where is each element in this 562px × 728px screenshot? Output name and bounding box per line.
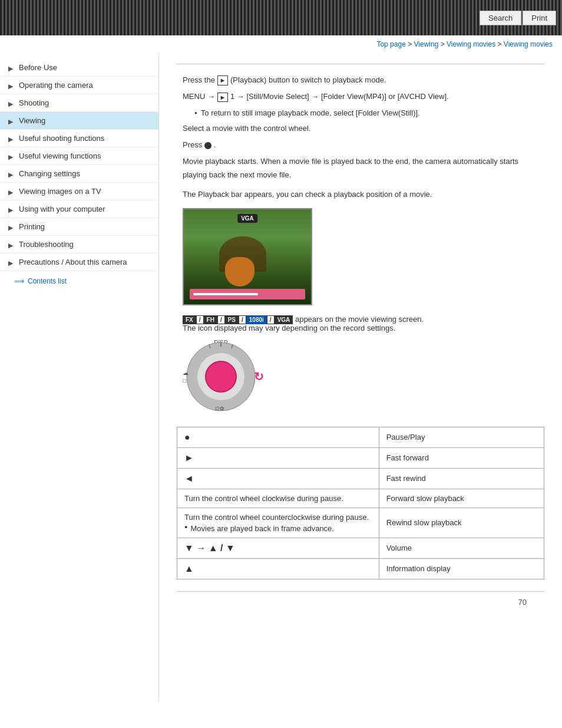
footer: 70 [177, 591, 544, 612]
arrow-icon: ▶ [8, 153, 14, 159]
playback-table: ● Pause/Play ► Fast forward ◄ Fast rewin… [177, 427, 544, 579]
arrow-icon: ▶ [8, 224, 14, 230]
layout: ▶ Before Use ▶ Operating the camera ▶ Sh… [0, 53, 562, 701]
format-section: FX/FH/PS/1080i/VGA appears on the movie … [183, 315, 544, 332]
arrow-icon: ▶ [8, 189, 14, 195]
sidebar-item-label: Viewing images on a TV [19, 187, 153, 196]
wheel-svg: ⊡✿ [183, 338, 259, 415]
return-note: To return to still image playback mode, … [194, 107, 544, 120]
wheel-left-icons: ☁□ [183, 369, 189, 384]
playback-bar-progress [193, 293, 258, 295]
divider [177, 64, 544, 64]
header-buttons: Search Print [480, 11, 556, 25]
page-number: 70 [518, 598, 527, 607]
table-cell-symbol: ► [177, 447, 379, 468]
badge-1080i: 1080i [246, 315, 267, 324]
sidebar-item-label: Useful viewing functions [19, 151, 153, 160]
select-movie: Select a movie with the control wheel. [183, 122, 544, 135]
circle-button-icon [204, 142, 211, 149]
table-cell-desc: Fast forward [379, 447, 544, 468]
sidebar-item-changing-settings[interactable]: ▶ Changing settings [0, 165, 158, 183]
return-note-text: To return to still image playback mode, … [201, 107, 420, 120]
sidebar-item-using-computer[interactable]: ▶ Using with your computer [0, 200, 158, 218]
table-row: ▲ Information display [177, 558, 544, 579]
table-row: ► Fast forward [177, 447, 544, 468]
sidebar-item-useful-viewing[interactable]: ▶ Useful viewing functions [0, 147, 158, 165]
breadcrumb: Top page > Viewing > Viewing movies > Vi… [0, 35, 562, 53]
mode-badge: VGA [237, 214, 257, 223]
breadcrumb-viewing[interactable]: Viewing [414, 40, 439, 48]
table-cell-symbol: Turn the control wheel clockwise during … [177, 489, 379, 508]
arrow-icon: ▶ [8, 259, 14, 265]
intro-paragraph: Press the ► (Playback) button to switch … [183, 74, 544, 87]
badge-fx: FX [183, 315, 196, 324]
table-cell-symbol: ◄ [177, 468, 379, 489]
contents-list-link[interactable]: Contents list [0, 271, 158, 291]
camera-image-section: VGA [183, 208, 544, 305]
sidebar-item-viewing-tv[interactable]: ▶ Viewing images on a TV [0, 183, 158, 200]
badge-fh: FH [204, 315, 217, 324]
badge-sep4: / [267, 315, 275, 324]
sidebar-item-label: Operating the camera [19, 81, 153, 90]
table-cell-desc: Pause/Play [379, 427, 544, 447]
table-row: Turn the control wheel clockwise during … [177, 489, 544, 508]
breadcrumb-current[interactable]: Viewing movies [504, 40, 553, 48]
sidebar-item-troubleshooting[interactable]: ▶ Troubleshooting [0, 236, 158, 253]
sidebar-item-shooting[interactable]: ▶ Shooting [0, 94, 158, 112]
badge-sep3: / [239, 315, 246, 324]
playback-table-body: ● Pause/Play ► Fast forward ◄ Fast rewin… [177, 427, 544, 579]
format-badges-group: FX/FH/PS/1080i/VGA [183, 315, 295, 324]
sidebar-item-precautions[interactable]: ▶ Precautions / About this camera [0, 253, 158, 271]
table-cell-symbol: Turn the control wheel counterclockwise … [177, 508, 379, 538]
menu-instruction: MENU → ► 1 → [Still/Movie Select] → [Fol… [183, 90, 544, 103]
wheel-right-arrow: ↻ [254, 370, 264, 384]
table-cell-symbol: ▲ [177, 558, 379, 579]
sidebar-item-label: Printing [19, 222, 153, 231]
sidebar-item-printing[interactable]: ▶ Printing [0, 218, 158, 236]
table-cell-desc: Rewind slow playback [379, 508, 544, 538]
sidebar-item-operating-camera[interactable]: ▶ Operating the camera [0, 77, 158, 94]
table-row: ▼ → ▲ / ▼ Volume [177, 538, 544, 558]
arrow-icon: ▶ [8, 171, 14, 177]
badge-sep1: / [196, 315, 204, 324]
sidebar-item-viewing[interactable]: ▶ Viewing [0, 112, 158, 130]
press-circle: Press . [183, 139, 544, 151]
table-row: ● Pause/Play [177, 427, 544, 447]
svg-text:⊡✿: ⊡✿ [215, 406, 224, 411]
icon-varies-text: The icon displayed may vary depending on… [183, 324, 395, 332]
arrow-icon: ▶ [8, 242, 14, 248]
sidebar-item-useful-shooting[interactable]: ▶ Useful shooting functions [0, 130, 158, 147]
movie-playback-desc: Movie playback starts. When a movie file… [183, 155, 544, 181]
badge-ps: PS [225, 315, 239, 324]
sidebar-item-before-use[interactable]: ▶ Before Use [0, 59, 158, 77]
header: Search Print [0, 0, 562, 35]
wheel-wrapper: DISP ⊡✿ [183, 338, 259, 415]
breadcrumb-viewing-movies[interactable]: Viewing movies [447, 40, 495, 48]
print-button[interactable]: Print [523, 11, 556, 25]
sidebar-item-label: Useful shooting functions [19, 134, 153, 143]
menu-playback-icon: ► [217, 93, 229, 102]
control-wheel: DISP ⊡✿ [183, 338, 259, 415]
sidebar-item-label: Shooting [19, 98, 153, 107]
breadcrumb-top[interactable]: Top page [376, 40, 405, 48]
cat-silhouette [225, 257, 254, 286]
playback-icon: ► [217, 75, 229, 85]
badge-sep2: / [217, 315, 225, 324]
sidebar: ▶ Before Use ▶ Operating the camera ▶ Sh… [0, 53, 159, 701]
playback-bar-section: The Playback bar appears, you can check … [183, 190, 544, 199]
table-cell-desc: Information display [379, 558, 544, 579]
sidebar-item-label: Changing settings [19, 169, 153, 178]
arrow-icon: ▶ [8, 100, 14, 106]
search-button[interactable]: Search [480, 11, 521, 25]
table-row: ◄ Fast rewind [177, 468, 544, 489]
table-cell-desc: Forward slow playback [379, 489, 544, 508]
playback-bar [190, 289, 305, 299]
badge-vga: VGA [275, 315, 293, 324]
sidebar-item-label: Before Use [19, 63, 153, 72]
arrow-icon: ▶ [8, 83, 14, 88]
control-wheel-section: DISP ⊡✿ [183, 338, 544, 415]
arrow-icon: ▶ [8, 136, 14, 141]
camera-screen: VGA [183, 208, 312, 305]
table-cell-desc: Volume [379, 538, 544, 558]
arrow-icon: ▶ [8, 118, 14, 124]
